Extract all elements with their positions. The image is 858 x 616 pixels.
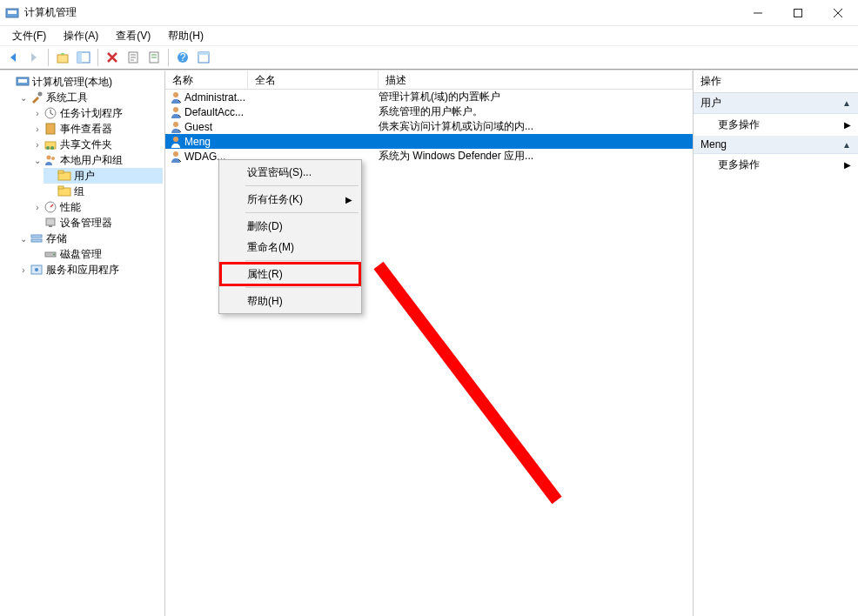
svg-rect-27 <box>46 218 55 225</box>
tree-disk-management[interactable]: 磁盘管理 <box>30 246 163 262</box>
collapse-icon[interactable]: ⌄ <box>17 91 30 104</box>
svg-point-18 <box>46 146 50 150</box>
chevron-right-icon: ▶ <box>345 195 352 204</box>
user-row[interactable]: DefaultAcc... 系统管理的用户帐户。 <box>165 104 693 119</box>
svg-point-39 <box>173 151 178 157</box>
help-button[interactable]: ? <box>173 48 192 67</box>
clock-icon <box>44 106 57 120</box>
folder-icon <box>57 169 71 183</box>
svg-rect-5 <box>77 52 82 63</box>
cm-all-tasks[interactable]: 所有任务(K)▶ <box>221 189 359 210</box>
svg-rect-3 <box>57 55 68 63</box>
tree-services-apps[interactable]: › 服务和应用程序 <box>16 262 163 278</box>
tree-storage[interactable]: ⌄ 存储 <box>16 231 163 246</box>
cm-separator <box>245 260 359 261</box>
folder-icon <box>57 184 71 198</box>
cm-help[interactable]: 帮助(H) <box>221 291 359 311</box>
svg-rect-29 <box>31 235 42 238</box>
svg-point-20 <box>47 156 51 160</box>
expand-icon[interactable]: › <box>31 201 44 213</box>
window-title: 计算机管理 <box>24 5 738 20</box>
refresh-button[interactable] <box>144 48 164 67</box>
tree-local-users-groups[interactable]: ⌄ 本地用户和组 <box>30 152 163 168</box>
tree-shared-folders[interactable]: › 共享文件夹 <box>30 137 163 152</box>
actions-more-meng[interactable]: 更多操作 ▶ <box>694 154 858 176</box>
services-icon <box>30 263 44 277</box>
cm-set-password[interactable]: 设置密码(S)... <box>221 162 359 183</box>
user-row[interactable]: Administrat... 管理计算机(域)的内置帐户 <box>165 90 693 104</box>
export-list-button[interactable] <box>194 48 213 67</box>
user-icon <box>169 90 183 104</box>
app-icon <box>5 6 19 20</box>
svg-point-21 <box>51 157 55 160</box>
cm-separator <box>245 212 359 213</box>
computer-icon <box>16 75 30 89</box>
expand-icon[interactable]: › <box>31 123 44 135</box>
toolbar-separator <box>168 49 169 66</box>
console-tree[interactable]: 计算机管理(本地) ⌄ 系统工具 › <box>0 70 165 616</box>
tree-groups[interactable]: 组 <box>44 184 163 199</box>
svg-text:?: ? <box>180 51 186 64</box>
context-menu: 设置密码(S)... 所有任务(K)▶ 删除(D) 重命名(M) 属性(R) 帮… <box>218 159 362 314</box>
tools-icon <box>30 90 44 104</box>
chevron-up-icon: ▲ <box>842 140 851 150</box>
user-icon <box>169 105 183 119</box>
cm-rename[interactable]: 重命名(M) <box>221 237 359 258</box>
menu-view[interactable]: 查看(V) <box>107 26 159 45</box>
menu-file[interactable]: 文件(F) <box>3 26 55 45</box>
svg-rect-28 <box>49 225 52 227</box>
show-hide-tree-button[interactable] <box>74 48 93 67</box>
tree-performance[interactable]: › 性能 <box>30 199 163 215</box>
svg-rect-30 <box>31 239 42 242</box>
properties-button[interactable] <box>124 48 143 67</box>
user-icon <box>169 120 183 134</box>
chevron-right-icon: ▶ <box>844 160 851 170</box>
collapse-icon[interactable]: ⌄ <box>17 232 30 244</box>
close-button[interactable] <box>818 0 858 26</box>
delete-button[interactable] <box>103 48 122 67</box>
svg-point-38 <box>173 137 178 142</box>
svg-point-36 <box>173 107 178 112</box>
cm-delete[interactable]: 删除(D) <box>221 216 359 237</box>
cm-separator <box>245 185 359 186</box>
tree-system-tools[interactable]: ⌄ 系统工具 <box>16 90 163 105</box>
storage-icon <box>30 231 44 245</box>
actions-more-users[interactable]: 更多操作 ▶ <box>694 114 858 136</box>
actions-title: 操作 <box>694 70 858 93</box>
column-description[interactable]: 描述 <box>379 70 693 89</box>
actions-section-users[interactable]: 用户 ▲ <box>694 93 858 114</box>
forward-button[interactable] <box>24 48 44 67</box>
svg-point-32 <box>53 254 55 256</box>
cm-properties[interactable]: 属性(R) <box>221 264 359 285</box>
column-fullname[interactable]: 全名 <box>248 70 379 89</box>
details-pane: 名称 全名 描述 Administrat... 管理计算机(域)的内置帐户 De… <box>165 70 693 616</box>
svg-rect-13 <box>18 79 27 83</box>
expand-icon[interactable]: › <box>31 107 44 119</box>
tree-event-viewer[interactable]: › 事件查看器 <box>30 121 163 137</box>
up-button[interactable] <box>53 48 72 67</box>
back-button[interactable] <box>3 48 23 67</box>
menu-action[interactable]: 操作(A) <box>55 26 107 45</box>
chevron-up-icon: ▲ <box>842 98 851 108</box>
tree-users[interactable]: 用户 <box>44 168 163 184</box>
minimize-button[interactable] <box>738 0 778 26</box>
actions-section-meng[interactable]: Meng ▲ <box>694 136 858 154</box>
collapse-icon[interactable]: ⌄ <box>31 154 44 166</box>
maximize-button[interactable] <box>778 0 818 26</box>
expand-icon[interactable]: › <box>17 264 30 276</box>
svg-rect-16 <box>46 124 55 134</box>
device-icon <box>44 216 57 230</box>
user-row[interactable]: Guest 供来宾访问计算机或访问域的内... <box>165 119 693 134</box>
disk-icon <box>44 247 57 261</box>
svg-point-34 <box>35 268 38 271</box>
tree-label: 计算机管理(本地) <box>32 75 112 90</box>
tree-task-scheduler[interactable]: › 任务计划程序 <box>30 105 163 121</box>
tree-root[interactable]: 计算机管理(本地) <box>2 74 163 90</box>
menu-help[interactable]: 帮助(H) <box>159 26 212 45</box>
user-row-selected[interactable]: Meng <box>165 134 693 149</box>
toolbar: ? <box>0 45 858 70</box>
column-name[interactable]: 名称 <box>165 70 248 89</box>
svg-rect-1 <box>8 10 17 14</box>
tree-device-manager[interactable]: 设备管理器 <box>30 215 163 231</box>
expand-icon[interactable]: › <box>31 138 44 151</box>
